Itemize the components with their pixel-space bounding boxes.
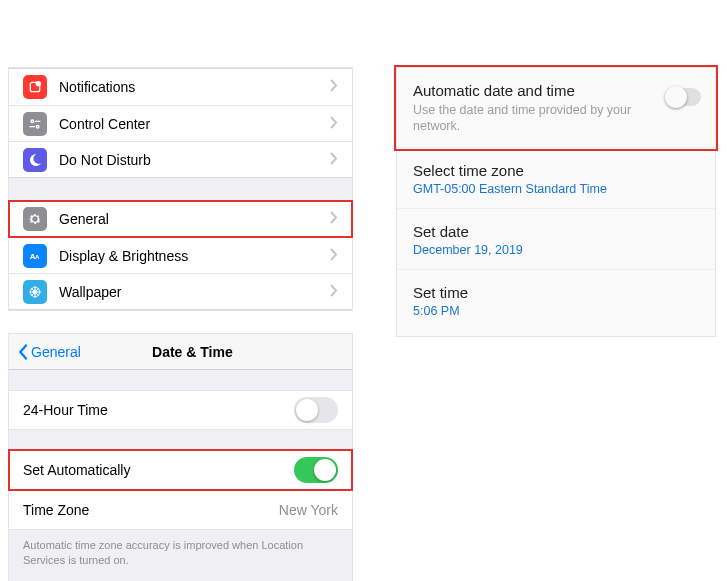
row-set-time[interactable]: Set time 5:06 PM	[397, 270, 715, 330]
row-subtitle: Use the date and time provided by your n…	[413, 102, 633, 135]
toggle-automatic[interactable]	[667, 88, 701, 106]
row-set-date[interactable]: Set date December 19, 2019	[397, 209, 715, 270]
footer-note: Automatic time zone accuracy is improved…	[9, 530, 352, 581]
row-title: Select time zone	[413, 162, 699, 179]
settings-row-display-brightness[interactable]: AA Display & Brightness	[9, 237, 352, 273]
time-value: 5:06 PM	[413, 304, 699, 318]
settings-row-label: General	[59, 211, 330, 227]
row-title: Set time	[413, 284, 699, 301]
nav-title: Date & Time	[41, 344, 344, 360]
control-center-icon	[23, 112, 47, 136]
gear-icon	[23, 207, 47, 231]
moon-icon	[23, 148, 47, 172]
date-value: December 19, 2019	[413, 243, 699, 257]
toggle-24-hour[interactable]	[294, 397, 338, 423]
nav-bar: General Date & Time	[9, 334, 352, 370]
settings-group-1: Notifications Control Center Do Not Dist…	[9, 68, 352, 178]
settings-row-label: Notifications	[59, 79, 330, 95]
text-size-icon: AA	[23, 244, 47, 268]
chevron-right-icon	[330, 283, 338, 301]
svg-point-4	[36, 125, 39, 128]
row-automatic-date-time[interactable]: Automatic date and time Use the date and…	[397, 68, 715, 148]
row-title: Automatic date and time	[413, 82, 699, 99]
notifications-icon	[23, 75, 47, 99]
chevron-right-icon	[330, 151, 338, 169]
chevron-right-icon	[330, 115, 338, 133]
settings-row-general[interactable]: General	[9, 201, 352, 237]
row-24-hour-time[interactable]: 24-Hour Time	[9, 390, 352, 430]
svg-text:A: A	[35, 254, 40, 260]
svg-point-1	[36, 81, 41, 86]
settings-row-notifications[interactable]: Notifications	[9, 69, 352, 105]
row-label: Set Automatically	[23, 462, 130, 478]
settings-row-do-not-disturb[interactable]: Do Not Disturb	[9, 141, 352, 177]
chevron-left-icon	[17, 343, 29, 361]
settings-group-2: General AA Display & Brightness Wallpape…	[9, 200, 352, 310]
ios-settings-panel: Notifications Control Center Do Not Dist…	[9, 68, 352, 310]
row-select-time-zone[interactable]: Select time zone GMT-05:00 Eastern Stand…	[397, 148, 715, 209]
row-set-automatically[interactable]: Set Automatically	[9, 450, 352, 490]
settings-row-label: Display & Brightness	[59, 248, 330, 264]
chevron-right-icon	[330, 78, 338, 96]
ios-datetime-panel: General Date & Time 24-Hour Time Set Aut…	[9, 334, 352, 581]
settings-row-wallpaper[interactable]: Wallpaper	[9, 273, 352, 309]
settings-group-gap	[9, 178, 352, 200]
toggle-set-automatically[interactable]	[294, 457, 338, 483]
chevron-right-icon	[330, 210, 338, 228]
wallpaper-icon	[23, 280, 47, 304]
settings-row-label: Control Center	[59, 116, 330, 132]
row-title: Set date	[413, 223, 699, 240]
settings-row-control-center[interactable]: Control Center	[9, 105, 352, 141]
section-gap	[9, 430, 352, 450]
time-zone-value: New York	[279, 502, 338, 518]
chevron-right-icon	[330, 247, 338, 265]
settings-row-label: Wallpaper	[59, 284, 330, 300]
settings-row-label: Do Not Disturb	[59, 152, 330, 168]
row-label: Time Zone	[23, 502, 89, 518]
row-time-zone[interactable]: Time Zone New York	[9, 490, 352, 530]
time-zone-value: GMT-05:00 Eastern Standard Time	[413, 182, 699, 196]
svg-point-2	[31, 120, 34, 123]
android-datetime-panel: Automatic date and time Use the date and…	[397, 68, 715, 336]
section-gap	[9, 370, 352, 390]
row-label: 24-Hour Time	[23, 402, 108, 418]
